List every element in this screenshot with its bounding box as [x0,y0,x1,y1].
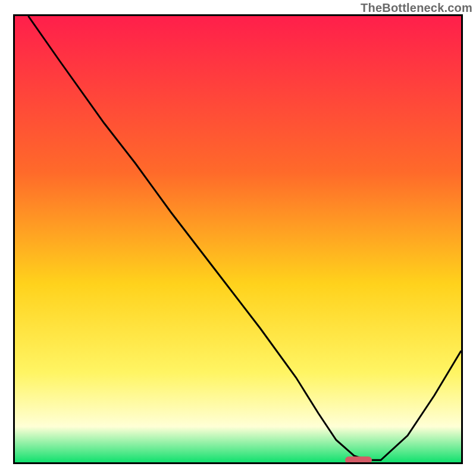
plot-svg [15,16,461,462]
optimal-marker [345,456,372,462]
chart-container: TheBottleneck.com [0,0,476,476]
watermark-label: TheBottleneck.com [361,1,472,15]
plot-frame [13,14,463,464]
gradient-background [15,16,461,462]
